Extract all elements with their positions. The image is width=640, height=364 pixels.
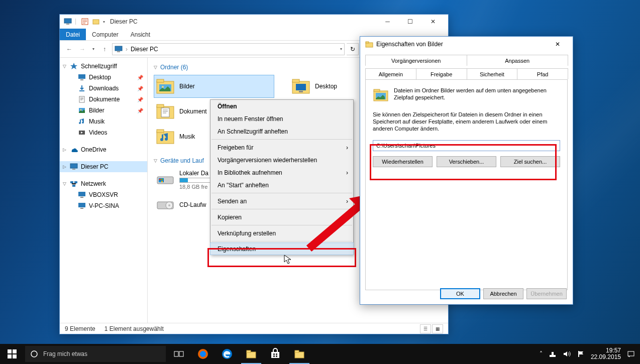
svg-point-24 — [162, 86, 164, 88]
svg-rect-65 — [295, 352, 304, 358]
svg-rect-69 — [578, 351, 579, 357]
tab-computer[interactable]: Computer — [86, 29, 125, 40]
svg-rect-33 — [157, 130, 164, 133]
tab-view[interactable]: Ansicht — [125, 29, 156, 40]
tray-flag-icon[interactable] — [577, 350, 585, 358]
svg-rect-31 — [161, 108, 169, 117]
sidebar: ▽ Schnellzugriff Desktop📌 Downloads📌 Dok… — [60, 58, 148, 323]
tray-notifications-icon[interactable] — [627, 350, 635, 358]
path-input[interactable]: C:\Users\schan\Pictures — [373, 140, 560, 151]
new-folder-qat-icon[interactable] — [92, 18, 100, 26]
tab-prev-versions[interactable]: Vorgängerversionen — [365, 55, 467, 66]
ctx-copy[interactable]: Kopieren — [210, 211, 353, 223]
taskbar-search[interactable]: Frag mich etwas — [25, 346, 166, 362]
refresh-button[interactable]: ↻ — [347, 43, 359, 55]
ctx-properties[interactable]: Eigenschaften — [210, 242, 354, 255]
sidebar-item-vpcsina[interactable]: V-PC-SINA — [60, 200, 147, 211]
svg-rect-70 — [628, 351, 634, 356]
sidebar-item-music[interactable]: Musik — [60, 116, 147, 127]
sidebar-item-network[interactable]: ▽Netzwerk — [60, 178, 147, 189]
taskbar-app-explorer[interactable] — [239, 344, 263, 364]
ctx-restore-prev[interactable]: Vorgängerversionen wiederherstellen — [210, 154, 353, 166]
svg-rect-58 — [247, 352, 256, 358]
ok-button[interactable]: OK — [440, 288, 480, 299]
ctx-pin-quick[interactable]: An Schnellzugriff anheften — [210, 125, 353, 138]
qat-dropdown-icon[interactable]: ▾ — [103, 20, 105, 24]
history-dropdown[interactable]: ▾ — [90, 44, 97, 55]
sidebar-item-pictures[interactable]: Bilder📌 — [60, 105, 147, 116]
svg-rect-50 — [8, 354, 12, 358]
svg-rect-62 — [276, 353, 277, 355]
find-target-button[interactable]: Ziel suchen... — [500, 156, 560, 167]
ctx-open-new[interactable]: In neuem Fenster öffnen — [210, 112, 353, 125]
titlebar[interactable]: | ▾ Dieser PC ─ ☐ ✕ — [60, 15, 448, 29]
svg-rect-51 — [13, 354, 17, 358]
up-button[interactable]: ↑ — [99, 44, 110, 55]
sidebar-item-documents[interactable]: Dokumente📌 — [60, 94, 147, 105]
back-button[interactable]: ← — [64, 44, 75, 55]
view-tiles-button[interactable]: ▦ — [432, 324, 443, 333]
tab-path[interactable]: Pfad — [517, 68, 568, 79]
svg-rect-66 — [295, 350, 299, 352]
system-tray[interactable]: ˄ 19:57 22.09.2015 — [535, 347, 640, 360]
svg-point-56 — [200, 351, 206, 357]
apply-button[interactable]: Übernehmen — [526, 288, 567, 299]
maximize-button[interactable]: ☐ — [399, 15, 421, 29]
desc-mid: Sie können den Zielspeicherort für Datei… — [373, 111, 560, 132]
sidebar-item-videos[interactable]: Videos — [60, 127, 147, 138]
cancel-button[interactable]: Abbrechen — [483, 288, 523, 299]
address-bar[interactable]: › Dieser PC ▾ — [112, 43, 345, 55]
tab-security[interactable]: Sicherheit — [467, 68, 518, 79]
taskbar-app-store[interactable] — [263, 344, 287, 364]
dialog-titlebar[interactable]: Eigenschaften von Bilder ✕ — [360, 37, 573, 52]
sidebar-item-vboxsvr[interactable]: VBOXSVR — [60, 189, 147, 200]
view-details-button[interactable]: ☰ — [420, 324, 431, 333]
tab-customize[interactable]: Anpassen — [467, 55, 569, 66]
sidebar-item-onedrive[interactable]: ▷OneDrive — [60, 144, 147, 155]
tray-volume-icon[interactable] — [563, 350, 571, 358]
breadcrumb[interactable]: Dieser PC — [131, 46, 158, 53]
breadcrumb-dropdown[interactable]: ▾ — [340, 47, 342, 51]
folder-bilder[interactable]: Bilder — [154, 75, 274, 98]
sidebar-item-downloads[interactable]: Downloads📌 — [60, 83, 147, 94]
tab-file[interactable]: Datei — [60, 29, 86, 40]
svg-rect-38 — [159, 181, 161, 182]
minimize-button[interactable]: ─ — [376, 15, 399, 29]
ctx-shortcut[interactable]: Verknüpfung erstellen — [210, 227, 353, 239]
svg-rect-64 — [276, 355, 277, 357]
taskbar-app-edge[interactable] — [215, 344, 239, 364]
separator-icon: | — [75, 18, 78, 26]
taskbar-app-explorer-2[interactable] — [287, 344, 311, 364]
svg-rect-49 — [13, 349, 17, 353]
sidebar-item-desktop[interactable]: Desktop📌 — [60, 72, 147, 83]
close-button[interactable]: ✕ — [421, 15, 444, 29]
svg-rect-12 — [70, 164, 77, 168]
tray-network-icon[interactable] — [549, 350, 557, 358]
task-view-button[interactable] — [167, 344, 191, 364]
move-button[interactable]: Verschieben... — [437, 156, 496, 167]
svg-rect-39 — [161, 181, 163, 182]
sidebar-item-thispc[interactable]: ▷Dieser PC — [60, 161, 147, 172]
tray-chevron-icon[interactable]: ˄ — [540, 350, 543, 357]
ctx-open[interactable]: Öffnen — [210, 100, 353, 112]
pictures-folder-icon — [373, 87, 389, 103]
tab-sharing[interactable]: Freigabe — [416, 68, 467, 79]
taskbar-app-firefox[interactable] — [191, 344, 215, 364]
pin-icon: 📌 — [137, 75, 143, 80]
ctx-send-to[interactable]: Senden an› — [210, 195, 353, 207]
svg-rect-67 — [550, 355, 556, 357]
properties-qat-icon[interactable] — [81, 18, 89, 26]
tray-clock[interactable]: 19:57 22.09.2015 — [591, 347, 621, 360]
tab-general[interactable]: Allgemein — [365, 68, 416, 79]
ctx-include-lib[interactable]: In Bibliothek aufnehmen› — [210, 166, 353, 179]
svg-point-42 — [168, 204, 170, 206]
forward-button[interactable]: → — [77, 44, 88, 55]
ctx-pin-start[interactable]: An "Start" anheften — [210, 179, 353, 191]
restore-button[interactable]: Wiederherstellen — [373, 156, 433, 167]
desc-top: Dateien im Ordner Bilder werden auf dem … — [394, 87, 560, 103]
ctx-share[interactable]: Freigeben für› — [210, 141, 353, 154]
dialog-close-button[interactable]: ✕ — [548, 37, 568, 51]
sidebar-item-quickaccess[interactable]: ▽ Schnellzugriff — [60, 61, 147, 72]
start-button[interactable] — [0, 344, 24, 364]
thispc-icon — [115, 45, 123, 53]
